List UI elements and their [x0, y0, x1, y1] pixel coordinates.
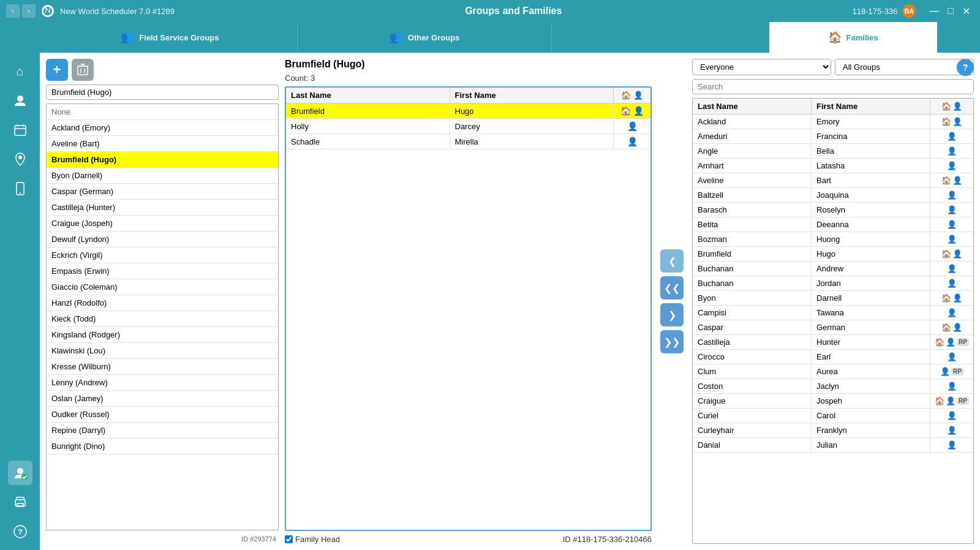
table-row[interactable]: Caspar German 🏠 👤 [693, 320, 973, 335]
member-icons: 🏠 👤 [930, 320, 973, 334]
table-row[interactable]: Coston Jaclyn 👤 [693, 379, 973, 394]
table-row[interactable]: Barasch Roselyn 👤 [693, 203, 973, 217]
close-btn[interactable]: ✕ [959, 6, 974, 17]
list-item[interactable]: Caspar (German) [47, 184, 278, 200]
sidebar-item-help[interactable]: ? [8, 519, 32, 544]
move-left-single-btn[interactable]: ❮ [660, 249, 684, 273]
list-item[interactable]: Giaccio (Coleman) [47, 279, 278, 295]
member-icons: 👤 [930, 438, 973, 452]
table-row[interactable]: Betita Deeanna 👤 [693, 217, 973, 232]
list-item[interactable]: Kieck (Todd) [47, 311, 278, 327]
table-row[interactable]: Cirocco Earl 👤 [693, 350, 973, 364]
member-first: Jordan [812, 276, 930, 290]
group-list-item-none[interactable]: None [47, 104, 278, 120]
table-row[interactable]: Brumfield Hugo 🏠 👤 [286, 104, 650, 119]
sidebar-item-mobile[interactable] [8, 176, 32, 201]
table-row[interactable]: Brumfield Hugo 🏠 👤 [693, 247, 973, 262]
sidebar-item-assignments[interactable] [8, 461, 32, 485]
tab-families[interactable]: 🏠 Families [769, 22, 937, 53]
move-right-single-btn[interactable]: ❯ [660, 303, 684, 326]
move-left-double-btn[interactable]: ❮❮ [660, 276, 684, 299]
nav-buttons: ‹ › N New World Scheduler 7.0 #1289 [6, 4, 175, 18]
list-item[interactable]: Oudker (Russel) [47, 407, 278, 423]
table-row[interactable]: Arnhart Latasha 👤 [693, 159, 973, 173]
table-row[interactable]: Bozman Huong 👤 [693, 232, 973, 247]
right-table-header: Last Name First Name 🏠 👤 [693, 99, 973, 115]
group-list-item-selected[interactable]: Brumfield (Hugo) [47, 152, 278, 168]
table-row[interactable]: Danial Julian 👤 [693, 438, 973, 453]
title-bar: ‹ › N New World Scheduler 7.0 #1289 Grou… [0, 0, 980, 22]
member-icons: 👤 [930, 306, 973, 320]
list-item[interactable]: Lenny (Andrew) [47, 375, 278, 391]
table-row[interactable]: Angle Bella 👤 [693, 144, 973, 159]
table-row[interactable]: Schadle Mirella 👤 [286, 134, 650, 149]
member-icons: 👤 RP [930, 364, 973, 379]
member-icons: 👤 [930, 203, 973, 217]
list-item[interactable]: Empasis (Erwin) [47, 263, 278, 279]
member-first: Huong [812, 232, 930, 246]
list-item[interactable]: Ackland (Emory) [47, 120, 278, 136]
left-sidebar: ⌂ ? [0, 53, 40, 550]
person-icon: 👤 [947, 279, 957, 288]
family-head-checkbox-area[interactable]: Family Head [285, 535, 340, 544]
member-icons: 🏠 👤 [930, 291, 973, 305]
table-row[interactable]: Curiel Carol 👤 [693, 409, 973, 423]
sidebar-item-print[interactable] [8, 490, 32, 514]
person-icon: 👤 [952, 249, 962, 258]
tab-field-service[interactable]: 👥 Field Service Groups [43, 22, 298, 53]
sidebar-item-home[interactable]: ⌂ [8, 59, 32, 83]
list-item[interactable]: Aveline (Bart) [47, 136, 278, 152]
list-item[interactable]: Craigue (Jospeh) [47, 216, 278, 232]
minimize-btn[interactable]: — [925, 6, 943, 17]
maximize-btn[interactable]: □ [944, 6, 957, 17]
nav-back-btn[interactable]: ‹ [6, 4, 20, 18]
table-row[interactable]: Baltzell Joaquina 👤 [693, 188, 973, 203]
other-groups-icon: 👥 [390, 31, 403, 44]
list-item[interactable]: Kingsland (Rodger) [47, 327, 278, 343]
rp-badge: RP [957, 397, 969, 405]
sidebar-item-contacts[interactable] [8, 88, 32, 113]
list-item[interactable]: Oslan (Jamey) [47, 391, 278, 407]
delete-group-btn[interactable] [72, 59, 94, 81]
member-last: Betita [693, 217, 812, 232]
table-row[interactable]: Craigue Jospeh 🏠 👤 RP [693, 394, 973, 409]
help-btn[interactable]: ? [957, 59, 974, 76]
list-item[interactable]: Bunright (Dino) [47, 439, 278, 454]
list-item[interactable]: Dewulf (Lyndon) [47, 232, 278, 247]
group-search-input[interactable] [46, 85, 279, 100]
table-row[interactable]: Curleyhair Franklyn 👤 [693, 423, 973, 438]
list-item[interactable]: Hanzl (Rodolfo) [47, 295, 278, 311]
sidebar-item-calendar[interactable] [8, 118, 32, 142]
list-item[interactable]: Eckrich (Virgil) [47, 247, 278, 263]
member-last: Coston [693, 379, 812, 393]
right-search-input[interactable] [692, 79, 974, 94]
list-item[interactable]: Byon (Darnell) [47, 168, 278, 184]
group-filter-select[interactable]: All Groups Group 1 Group 2 [835, 59, 974, 75]
family-head-checkbox[interactable] [285, 535, 293, 543]
table-row[interactable]: Campisi Tawana 👤 [693, 306, 973, 320]
middle-footer: Family Head ID #118-175-336-210466 [285, 535, 652, 544]
table-row[interactable]: Holly Darcey 👤 [286, 119, 650, 134]
table-row[interactable]: Ameduri Francina 👤 [693, 129, 973, 144]
add-group-btn[interactable]: + [46, 59, 68, 81]
group-id-footer: ID #293774 [46, 534, 279, 544]
list-item[interactable]: Kresse (Wilburn) [47, 359, 278, 375]
table-row[interactable]: Buchanan Andrew 👤 [693, 262, 973, 276]
svg-rect-16 [78, 66, 88, 75]
list-item[interactable]: Castilleja (Hunter) [47, 200, 278, 216]
table-row[interactable]: Byon Darnell 🏠 👤 [693, 291, 973, 306]
table-row[interactable]: Clum Aurea 👤 RP [693, 364, 973, 379]
table-row[interactable]: Aveline Bart 🏠 👤 [693, 173, 973, 188]
move-right-double-btn[interactable]: ❯❯ [660, 330, 684, 353]
table-row[interactable]: Ackland Emory 🏠 👤 [693, 115, 973, 129]
list-item[interactable]: Klawinski (Lou) [47, 343, 278, 359]
everyone-filter-select[interactable]: Everyone Publishers Elders Servants [692, 59, 831, 75]
sidebar-item-map[interactable] [8, 147, 32, 171]
member-icons: 👤 [930, 217, 973, 232]
tab-other-groups[interactable]: 👥 Other Groups [298, 22, 552, 53]
nav-forward-btn[interactable]: › [22, 4, 36, 18]
member-last: Arnhart [693, 159, 812, 173]
table-row[interactable]: Buchanan Jordan 👤 [693, 276, 973, 291]
table-row[interactable]: Castilleja Hunter 🏠 👤 RP [693, 335, 973, 350]
list-item[interactable]: Repine (Darryl) [47, 423, 278, 439]
